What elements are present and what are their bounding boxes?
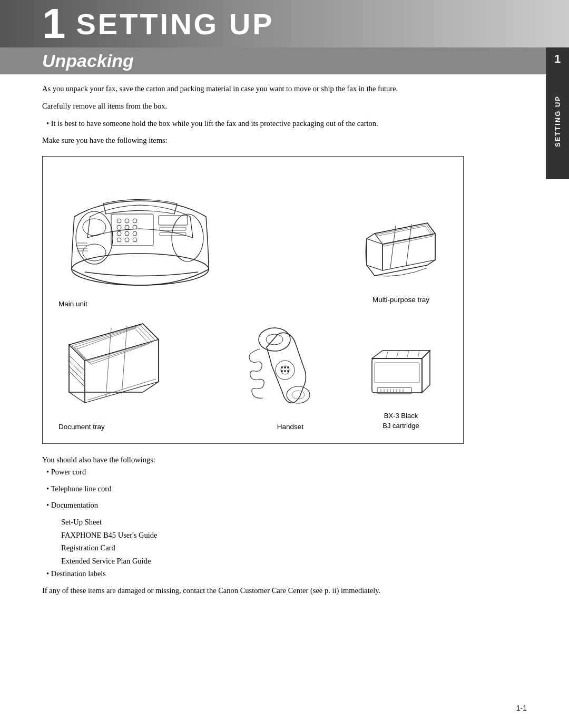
- handset-label: Handset: [277, 423, 303, 431]
- svg-point-0: [72, 254, 209, 285]
- svg-point-7: [133, 219, 137, 223]
- section-subtitle-bar: Unpacking: [0, 47, 569, 74]
- item-setup-sheet: Set-Up Sheet: [42, 516, 464, 529]
- followings-warning: If any of these items are damaged or mis…: [42, 584, 464, 597]
- svg-point-45: [287, 370, 289, 372]
- item-main-unit: Main unit: [53, 169, 232, 308]
- item-users-guide: FAXPHONE B45 User's Guide: [42, 529, 464, 542]
- svg-line-57: [386, 352, 388, 358]
- item-document-tray: Document tray: [53, 308, 232, 435]
- svg-rect-56: [375, 363, 419, 383]
- main-unit-label: Main unit: [58, 300, 87, 308]
- svg-point-3: [83, 244, 106, 261]
- item-handset: Handset: [232, 308, 348, 435]
- svg-point-10: [133, 225, 137, 229]
- svg-line-31: [87, 379, 156, 400]
- item-bj-cartridge: BX-3 BlackBJ cartridge: [348, 308, 454, 435]
- svg-line-60: [418, 351, 419, 356]
- bj-cartridge-svg: [364, 348, 438, 411]
- intro-para1: As you unpack your fax, save the carton …: [42, 83, 464, 95]
- svg-point-15: [125, 238, 129, 242]
- svg-line-33: [122, 326, 127, 394]
- make-sure-text: Make sure you have the following items:: [42, 134, 464, 147]
- bj-cartridge-label: BX-3 BlackBJ cartridge: [382, 411, 419, 430]
- svg-point-16: [133, 238, 137, 242]
- main-content: As you unpack your fax, save the carton …: [0, 83, 506, 618]
- handset-svg: [238, 318, 343, 419]
- empty-top-center: [232, 169, 348, 308]
- svg-point-6: [125, 219, 129, 223]
- svg-point-41: [284, 366, 286, 368]
- sidebar-label: SETTING UP: [546, 63, 569, 179]
- svg-point-13: [133, 231, 137, 236]
- item-multi-tray: Multi-purpose tray: [348, 169, 454, 308]
- page-number: 1-1: [516, 704, 527, 712]
- items-illustration-box: Main unit Multi-purpose tray: [42, 156, 464, 444]
- intro-para2: Carefully remove all items from the box.: [42, 100, 464, 112]
- svg-point-11: [117, 231, 121, 236]
- svg-point-35: [266, 334, 283, 345]
- multi-tray-label: Multi-purpose tray: [372, 296, 429, 304]
- svg-point-8: [117, 225, 121, 229]
- svg-point-5: [117, 219, 121, 223]
- chapter-number: 1: [42, 3, 66, 45]
- item-registration-card: Registration Card: [42, 541, 464, 555]
- svg-point-37: [292, 391, 305, 399]
- svg-point-36: [287, 386, 310, 403]
- svg-point-2: [83, 219, 106, 236]
- section-subtitle: Unpacking: [42, 51, 134, 71]
- svg-line-32: [106, 328, 111, 396]
- item-telephone-line: • Telephone line cord: [42, 483, 464, 495]
- svg-line-59: [407, 351, 409, 357]
- doc-tray-svg: [58, 313, 185, 419]
- svg-point-1: [76, 211, 113, 264]
- svg-point-40: [281, 366, 283, 368]
- doc-tray-label: Document tray: [58, 423, 105, 431]
- multi-tray-svg: [354, 207, 448, 292]
- svg-point-44: [284, 370, 286, 372]
- svg-point-14: [117, 238, 121, 242]
- item-power-cord: • Power cord: [42, 466, 464, 478]
- svg-point-12: [125, 231, 129, 236]
- header-banner: 1 SETTING UP: [0, 0, 569, 47]
- item-destination-labels: • Destination labels: [42, 568, 464, 580]
- item-documentation: • Documentation: [42, 499, 464, 511]
- item-esp-guide: Extended Service Plan Guide: [42, 555, 464, 568]
- main-unit-svg: [58, 174, 227, 296]
- svg-line-25: [390, 226, 396, 268]
- svg-point-9: [125, 225, 129, 229]
- followings-intro: You should also have the followings:: [42, 453, 464, 467]
- chapter-title: SETTING UP: [76, 7, 274, 41]
- followings-section: You should also have the followings: • P…: [42, 453, 464, 597]
- svg-point-42: [287, 366, 289, 368]
- svg-rect-19: [160, 232, 186, 236]
- svg-line-26: [406, 224, 411, 266]
- svg-point-34: [259, 328, 290, 351]
- svg-rect-17: [159, 216, 188, 225]
- svg-line-58: [397, 351, 398, 357]
- svg-point-43: [281, 370, 283, 372]
- intro-bullet1: • It is best to have someone hold the bo…: [42, 118, 464, 130]
